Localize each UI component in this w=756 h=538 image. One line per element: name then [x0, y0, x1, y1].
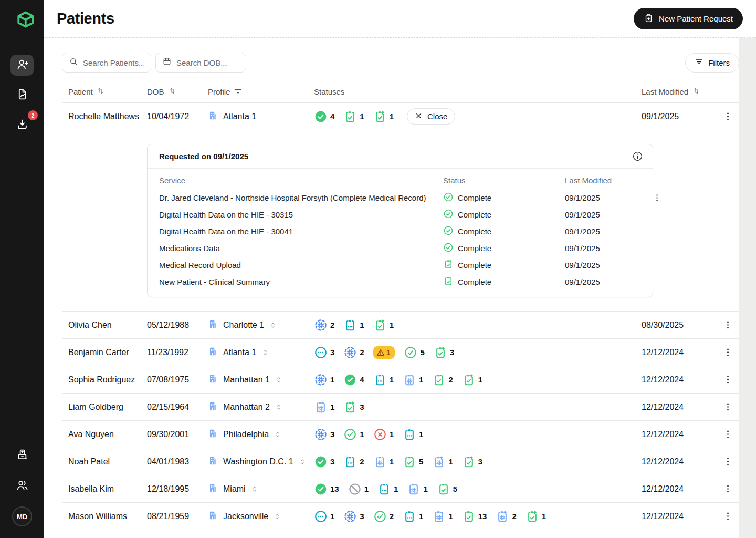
- last-modified: 12/12/2024: [642, 512, 720, 521]
- user-avatar[interactable]: MD: [12, 506, 32, 526]
- profile-select[interactable]: Miami: [208, 483, 314, 495]
- chevron-updown-icon[interactable]: [275, 376, 283, 384]
- status-clipboard-gear: 1: [403, 373, 423, 387]
- new-patient-request-button[interactable]: New Patient Request: [634, 8, 743, 29]
- row-menu-button[interactable]: [720, 345, 735, 360]
- column-last-modified[interactable]: Last Modified: [642, 87, 720, 97]
- search-patients-input[interactable]: [83, 58, 144, 67]
- row-menu-button[interactable]: [720, 536, 735, 538]
- status-clipboard-check: 1: [343, 110, 364, 123]
- profile-select[interactable]: Charlotte 1: [208, 319, 314, 332]
- status-clipboard-gear: 1: [407, 482, 427, 496]
- patient-dob: 04/01/1983: [147, 457, 208, 467]
- status-clipboard-dots: 1: [377, 482, 398, 496]
- profile-select[interactable]: Jacksonville: [208, 510, 314, 523]
- patient-name: Liam Goldberg: [68, 402, 147, 412]
- building-icon: [208, 401, 218, 413]
- search-patients-field[interactable]: [62, 53, 151, 73]
- search-dob-input[interactable]: [176, 58, 239, 67]
- profile-select[interactable]: Philadelphia: [208, 428, 314, 441]
- column-patient[interactable]: Patient: [68, 87, 147, 97]
- row-menu-button[interactable]: [720, 318, 735, 333]
- column-dob[interactable]: DOB: [147, 87, 208, 97]
- filter-lines-icon[interactable]: [234, 87, 242, 97]
- last-modified: 08/30/2025: [642, 320, 720, 330]
- status-clipboard-up: 3: [462, 455, 482, 469]
- building-icon: [208, 346, 218, 359]
- status-complete-icon: [443, 209, 454, 221]
- chevron-updown-icon[interactable]: [250, 485, 259, 493]
- row-menu-button[interactable]: [720, 400, 735, 415]
- sort-icon[interactable]: [97, 87, 105, 97]
- patient-name: Olivia Chen: [68, 320, 147, 330]
- last-modified: 12/12/2024: [642, 484, 720, 494]
- sidebar-item-downloads[interactable]: 2: [10, 115, 34, 136]
- service-name: Medications Data: [159, 244, 443, 253]
- status-check-circle: 1: [343, 428, 364, 441]
- statuses-cell: 411 Close: [314, 108, 642, 125]
- status-clipboard-dots: 1: [373, 373, 394, 387]
- sidebar-nav: 2: [10, 55, 34, 136]
- patient-name: Benjamin Carter: [68, 348, 147, 357]
- sidebar-item-patients[interactable]: [10, 55, 34, 76]
- search-dob-field[interactable]: [155, 53, 246, 73]
- chevron-updown-icon[interactable]: [274, 430, 282, 439]
- filter-lines-icon: [695, 57, 704, 68]
- last-modified: 12/12/2024: [642, 348, 720, 357]
- profile-name: Manhattan 2: [223, 402, 270, 412]
- service-last-modified: 09/1/2025: [565, 261, 650, 270]
- sidebar-item-team[interactable]: [10, 475, 34, 496]
- sidebar-item-facility[interactable]: [10, 444, 34, 465]
- last-modified: 12/12/2024: [642, 402, 720, 412]
- patient-dob: 05/12/1988: [147, 320, 208, 330]
- profile-select[interactable]: Washington D.C. 1: [208, 456, 314, 468]
- sort-icon[interactable]: [168, 87, 176, 97]
- filters-button[interactable]: Filters: [685, 53, 739, 73]
- profile-name: Atlanta 1: [223, 348, 256, 357]
- status-check-circle: 2: [373, 510, 394, 523]
- building-icon: [208, 510, 218, 523]
- sidebar-item-reports[interactable]: [10, 85, 34, 106]
- expanded-row-area: Requested on 09/1/2025 Service Status La…: [62, 130, 739, 312]
- status-dots-circle: 1: [314, 510, 334, 523]
- info-icon[interactable]: [632, 151, 643, 162]
- status-slash-circle: 1: [348, 482, 369, 496]
- column-statuses: Statuses: [314, 87, 642, 96]
- row-menu-button[interactable]: [720, 509, 735, 524]
- table-row: Benjamin Carter 11/23/1992 Atlanta 1 321…: [62, 339, 739, 366]
- status-complete-icon: [443, 259, 454, 271]
- service-table-header: Service Status Last Modified: [148, 171, 653, 189]
- patient-name: Rochelle Matthews: [68, 112, 147, 121]
- request-panel: Requested on 09/1/2025 Service Status La…: [147, 144, 653, 297]
- patient-name: Isabella Kim: [68, 484, 147, 494]
- profile-select[interactable]: Manhattan 2: [208, 401, 314, 413]
- service-menu-button[interactable]: [650, 191, 663, 204]
- row-menu-button[interactable]: [720, 454, 735, 469]
- sort-icon[interactable]: [692, 87, 700, 97]
- chevron-updown-icon[interactable]: [298, 458, 307, 466]
- scroll-gutter[interactable]: [739, 38, 756, 538]
- status-clipboard-gear: 1: [432, 510, 453, 523]
- request-panel-title: Requested on 09/1/2025: [159, 152, 248, 161]
- chevron-updown-icon[interactable]: [273, 512, 281, 521]
- close-expanded-button[interactable]: Close: [407, 108, 455, 125]
- profile-select[interactable]: Atlanta 1: [208, 346, 314, 359]
- last-modified: 12/12/2024: [642, 375, 720, 385]
- service-row: Dr. Jared Cleveland - Northside Hospital…: [148, 189, 653, 206]
- chevron-updown-icon[interactable]: [275, 403, 283, 411]
- row-menu-button[interactable]: [720, 109, 735, 124]
- status-gear-dashed: 2: [314, 318, 334, 332]
- column-profile[interactable]: Profile: [208, 87, 314, 97]
- service-last-modified: 09/1/2025: [565, 244, 650, 253]
- status-check-circle-filled: 3: [314, 455, 334, 469]
- table-row: [62, 530, 739, 538]
- row-menu-button[interactable]: [720, 373, 735, 387]
- row-menu-button[interactable]: [720, 427, 735, 442]
- patient-name: Mason Williams: [68, 512, 147, 521]
- service-last-modified: 09/1/2025: [565, 277, 650, 286]
- profile-select[interactable]: Manhattan 1: [208, 374, 314, 386]
- status-gear-dashed: 2: [343, 346, 364, 359]
- row-menu-button[interactable]: [720, 482, 735, 496]
- chevron-updown-icon[interactable]: [261, 348, 269, 357]
- chevron-updown-icon[interactable]: [269, 321, 277, 329]
